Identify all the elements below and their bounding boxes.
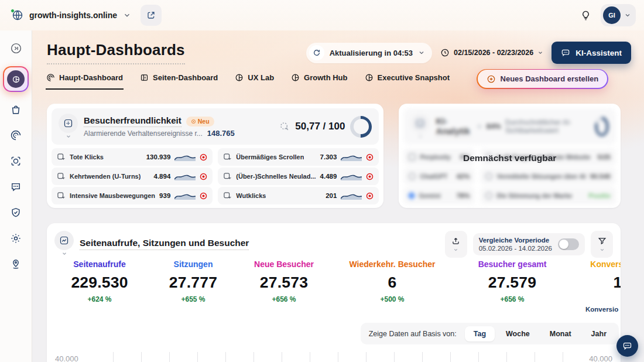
site-switcher[interactable]: growth-insights.online (12, 9, 131, 21)
traffic-card: Seitenaufrufe, Sitzungen und Besucher Ve (47, 223, 621, 362)
new-badge: Neu (186, 117, 214, 127)
sidebar-item-dashboards[interactable] (3, 66, 29, 92)
metric-value: 939 (159, 192, 170, 199)
click-event-icon (57, 153, 66, 162)
ai-score-label: Durchschnittlicher AI-Sichtbarkeitswert (505, 118, 591, 135)
traffic-stats-row: Seitenaufrufe 229.530 +624 % Sitzungen 2… (47, 259, 621, 303)
chat-bubble-icon (622, 341, 632, 351)
sparkline (341, 173, 362, 180)
stat-seitenaufrufe[interactable]: Seitenaufrufe 229.530 +624 % (47, 259, 152, 303)
account-menu[interactable]: GI (601, 4, 636, 26)
metric-row-uebermaessiges-scrollen[interactable]: Übermäßiges Scrollen 7.303 (218, 148, 379, 166)
date-range-picker[interactable]: 02/15/2026 - 02/23/2026 (440, 48, 543, 57)
metric-row-wutklicks[interactable]: Wutklicks 201 (218, 187, 379, 204)
friendliness-widget-icon (59, 114, 78, 133)
ai-score-ring (595, 117, 609, 136)
speech-bubble-icon (485, 192, 492, 199)
metric-label: Intensive Mausbewegungen (70, 192, 155, 199)
filter-button[interactable] (591, 231, 613, 258)
page-title: Haupt-Dashboards (47, 41, 185, 64)
avatar: GI (603, 6, 621, 24)
user-journeys-icon[interactable] (10, 258, 22, 270)
granularity-jahr[interactable]: Jahr (583, 326, 615, 341)
tab-haupt-dashboard[interactable]: Haupt-Dashboard (46, 68, 124, 90)
sidebar-toggle-icon[interactable] (10, 42, 22, 54)
refresh-countdown[interactable]: Aktualisierung in 04:53 (306, 43, 432, 63)
visibility-gauge-icon (477, 122, 482, 131)
orders-bag-icon[interactable] (10, 104, 22, 115)
stat-value: 1 (574, 274, 621, 292)
site-status-dot (11, 9, 15, 13)
metric-row-intensive-mausbewegungen[interactable]: Intensive Mausbewegungen 939 (52, 187, 213, 204)
stat-neue-besucher[interactable]: Neue Besucher 27.573 +656 % (234, 259, 334, 303)
create-dashboard-button[interactable]: Neues Dashboard erstellen (477, 69, 608, 89)
tab-executive-snapshot[interactable]: Executive Snapshot (364, 68, 451, 90)
tab-label: Executive Snapshot (378, 73, 450, 82)
metric-value: 4.894 (154, 173, 171, 180)
history-icon[interactable] (10, 129, 22, 141)
ai-score-value: 84% (487, 122, 501, 131)
metric-row-tote-klicks[interactable]: Tote Klicks 130.939 (52, 148, 213, 166)
metric-value: 130.939 (146, 153, 171, 160)
tab-label: UX Lab (248, 73, 274, 82)
metric-value: 4.489 (320, 173, 337, 180)
main-content: Haupt-Dashboards Aktualisierung in 04:53 (32, 30, 644, 362)
network-nodes-icon (485, 173, 492, 180)
chat-feedback-icon[interactable] (10, 181, 22, 193)
friendliness-header: Besucherfreundlichkeit Neu Alarmierende … (52, 108, 379, 145)
friendliness-metrics: Tote Klicks 130.939 Übermäßiges Scrollen… (52, 148, 379, 204)
chevron-down-icon (123, 11, 131, 19)
stat-label: Konversionen (574, 259, 621, 269)
assistant-chat-icon (561, 48, 570, 57)
stat-sitzungen[interactable]: Sitzungen 27.777 +655 % (152, 259, 234, 303)
topbar: growth-insights.online GI (0, 0, 644, 30)
friendliness-subtitle: Alarmierende Verhaltensereignisse r... (84, 129, 203, 138)
chevron-down-icon[interactable] (61, 251, 67, 257)
stat-delta: +655 % (152, 295, 234, 303)
granularity-label: Zeige Daten auf Basis von: (369, 330, 457, 338)
compare-toggle[interactable] (558, 238, 579, 250)
chat-fab-button[interactable] (616, 335, 638, 357)
chart-gridlines (85, 352, 582, 362)
granularity-monat[interactable]: Monat (541, 326, 580, 341)
traffic-card-title: Seitenaufrufe, Sitzungen und Besucher (80, 238, 249, 250)
chart-axis-strip: 40.000 40.000 (55, 349, 612, 362)
metric-row-schnelles-neuladen[interactable]: (Über-)Schnelles Neulad... 4.489 (218, 168, 379, 185)
stat-delta: +500 % (334, 295, 451, 303)
ideas-lightbulb-icon[interactable] (580, 10, 591, 21)
open-site-button[interactable] (141, 5, 162, 26)
tab-ux-lab[interactable]: UX Lab (234, 68, 275, 90)
gemini-logo-icon (407, 192, 416, 200)
security-shield-icon[interactable] (10, 207, 22, 218)
visitor-friendliness-card: Besucherfreundlichkeit Neu Alarmierende … (47, 104, 383, 208)
chevron-down-icon (418, 49, 425, 56)
metric-row-kehrtwenden[interactable]: Kehrtwenden (U-Turns) 4.894 (52, 168, 213, 185)
ai-metric-value: 78% (456, 192, 470, 199)
stat-konversionen[interactable]: Konversionen 1 (574, 259, 621, 303)
stat-label: Wiederkehr. Besucher (334, 259, 451, 269)
granularity-woche[interactable]: Woche (497, 326, 539, 341)
dashboards-icon (7, 70, 25, 88)
chevron-down-icon[interactable] (66, 134, 71, 139)
ai-row-brand-sentiment: Die Stimmung der Marke Positiv (480, 187, 616, 204)
ai-assistant-button[interactable]: KI-Assistent (551, 42, 631, 64)
ai-row-chatgpt: ChatGPT 42% (403, 168, 475, 185)
pie-circle-icon (365, 73, 374, 82)
click-event-icon (223, 153, 232, 162)
tab-growth-hub[interactable]: Growth Hub (290, 68, 348, 90)
granularity-tag[interactable]: Tag (465, 326, 495, 341)
ai-analytics-card: KI-Analytik 84% Durchschnittlicher AI-Si… (399, 104, 621, 208)
filter-funnel-icon (597, 236, 607, 246)
stat-besucher-gesamt[interactable]: Besucher gesamt 27.579 +656 % (451, 259, 574, 303)
chevron-down-icon (624, 12, 631, 19)
pie-circle-icon (291, 73, 300, 82)
panel-columns-icon (140, 73, 149, 82)
site-name: growth-insights.online (29, 11, 117, 20)
session-recordings-icon[interactable] (10, 155, 22, 167)
record-indicator-icon (200, 153, 207, 161)
friendliness-title: Besucherfreundlichkeit (84, 115, 181, 127)
export-button[interactable] (445, 231, 467, 258)
tab-seiten-dashboard[interactable]: Seiten-Dashboard (139, 68, 218, 90)
stat-wiederkehrende-besucher[interactable]: Wiederkehr. Besucher 6 +500 % (334, 259, 451, 303)
settings-gear-icon[interactable] (10, 233, 22, 244)
